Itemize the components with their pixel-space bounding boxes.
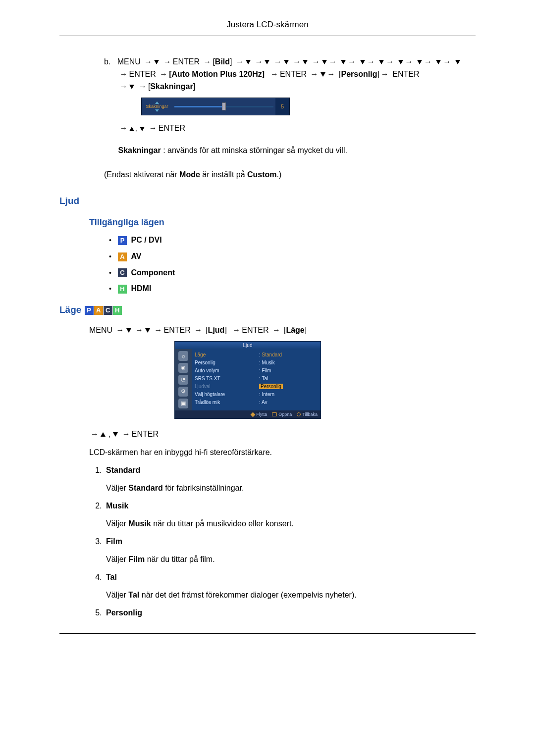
down-icon <box>145 328 150 333</box>
slider-panel: Skakningar 5 <box>141 98 290 115</box>
heading-ljud: Ljud <box>59 196 476 206</box>
down-icon <box>321 72 325 77</box>
nav-lage: Läge <box>286 326 304 334</box>
nav-skakningar: Skakningar <box>150 82 193 91</box>
mode-label: PC / DVI <box>131 236 161 244</box>
nav-personlig: Personlig <box>341 70 377 78</box>
list-desc: Väljer Musik när du tittar på musikvideo… <box>106 519 476 528</box>
down-icon <box>113 432 118 437</box>
nav-enter: ENTER <box>159 124 185 132</box>
badge-c-icon: C <box>104 306 112 315</box>
osd-val: Tal <box>262 376 268 381</box>
osd-footer: Flytta Öppna Tillbaka <box>175 410 321 418</box>
move-icon <box>251 412 256 417</box>
nav-ljud: Ljud <box>208 326 225 334</box>
osd-val: Standard <box>262 352 282 357</box>
skak-label: Skakningar <box>118 146 160 154</box>
slider-track[interactable] <box>172 98 275 115</box>
nav-enter: ENTER <box>392 70 419 78</box>
down-icon <box>303 60 308 64</box>
lage-text: Läge <box>59 304 81 315</box>
badge-a-icon: A <box>94 306 103 315</box>
down-icon <box>140 127 145 131</box>
lcd-desc: LCD-skärmen har en inbyggd hi-fi stereof… <box>89 448 476 457</box>
back-icon <box>297 412 301 416</box>
osd-icon-column: ☼ ◉ ◔ ⚙ ▣ <box>175 349 192 410</box>
osd-panel: Ljud ☼ ◉ ◔ ⚙ ▣ Läge Personlig Auto volym… <box>174 341 321 419</box>
list-desc: Väljer Tal när det det främst förekommer… <box>106 591 476 600</box>
nav-automotion: Auto Motion Plus 120Hz <box>171 70 262 78</box>
mode-item-hdmi: H HDMI <box>109 284 476 294</box>
list-desc: Väljer Film när du tittar på film. <box>106 555 476 564</box>
list-item: Tal Väljer Tal när det det främst föreko… <box>104 573 476 600</box>
badge-p-icon: P <box>85 306 94 315</box>
down-icon <box>284 60 289 64</box>
mode-label: Component <box>131 268 175 277</box>
osd-val: Musik <box>262 360 275 365</box>
mode-label: HDMI <box>131 284 151 293</box>
osd-item: Läge <box>195 351 259 359</box>
mode-item-av: A AV <box>109 252 476 261</box>
down-icon <box>126 328 131 333</box>
slider-value: 5 <box>275 98 289 115</box>
down-icon <box>436 60 441 64</box>
down-icon <box>322 60 327 64</box>
mode-item-pc: P PC / DVI <box>109 236 476 245</box>
nav-enter: ENTER <box>129 70 156 78</box>
txt-custom: Custom <box>247 170 277 179</box>
only-active: (Endast aktiverat när Mode är inställt p… <box>104 169 476 181</box>
up-icon <box>129 127 134 131</box>
list-title: Tal <box>106 573 476 582</box>
osd-right-col: : Standard : Musik : Film : Tal Personli… <box>259 351 319 406</box>
down-small-icon <box>155 109 159 112</box>
badge-p-icon: P <box>118 236 127 245</box>
nav-enter: ENTER <box>163 326 190 334</box>
list-title: Film <box>106 537 476 546</box>
osd-icon: ◉ <box>178 363 188 373</box>
sound-mode-list: Standard Väljer Standard för fabriksinst… <box>90 466 476 617</box>
list-item: Musik Väljer Musik när du tittar på musi… <box>104 502 476 528</box>
step-letter: b. <box>104 57 110 66</box>
page-header: Justera LCD-skärmen <box>59 0 476 36</box>
badge-a-icon: A <box>118 252 127 261</box>
list-desc: Väljer Standard för fabriksinställningar… <box>106 484 476 493</box>
list-title: Musik <box>106 502 476 510</box>
badge-h-icon: H <box>118 285 127 294</box>
to-enter-line: →, →ENTER <box>104 122 476 135</box>
osd-icon: ⚙ <box>178 387 188 397</box>
badge-h-icon: H <box>113 306 122 315</box>
txt: .) <box>277 170 282 179</box>
down-icon <box>455 60 460 64</box>
nav-menu: MENU <box>117 57 141 66</box>
osd-item: SRS TS XT <box>195 375 259 383</box>
down-icon <box>417 60 422 64</box>
osd-title: Ljud <box>175 342 321 349</box>
list-item: Standard Väljer Standard för fabriksinst… <box>104 466 476 493</box>
nav-enter: ENTER <box>173 57 200 66</box>
osd-left-col: Läge Personlig Auto volym SRS TS XT Ljud… <box>195 351 259 406</box>
nav-enter: ENTER <box>280 70 307 78</box>
down-icon <box>398 60 403 64</box>
after-menu-nav: → , →ENTER <box>89 428 476 441</box>
footer-rule <box>59 633 476 634</box>
heading-lage: Läge PACH <box>59 304 476 315</box>
step-b: b. MENU → →ENTER →[Bild] → → → → →→ → → … <box>104 56 476 93</box>
osd-item: Välj högtalare <box>195 391 259 399</box>
osd-val-highlight: Personlig <box>259 384 283 389</box>
osd-val: Av <box>262 400 268 405</box>
list-item: Film Väljer Film när du tittar på film. <box>104 537 476 564</box>
osd-icon: ▣ <box>178 399 188 408</box>
down-icon <box>265 60 269 64</box>
txt: är inställt på <box>200 170 247 179</box>
osd-val: Film <box>262 368 271 373</box>
osd-icon: ☼ <box>178 351 188 361</box>
down-icon <box>360 60 365 64</box>
nav-bild: Bild <box>215 57 230 66</box>
txt-mode: Mode <box>179 170 200 179</box>
up-icon <box>101 432 106 437</box>
nav-menu: MENU <box>89 326 112 334</box>
slider-thumb[interactable] <box>222 102 226 110</box>
down-icon <box>379 60 384 64</box>
mode-label: AV <box>131 252 141 260</box>
slider-label: Skakningar <box>146 104 168 109</box>
